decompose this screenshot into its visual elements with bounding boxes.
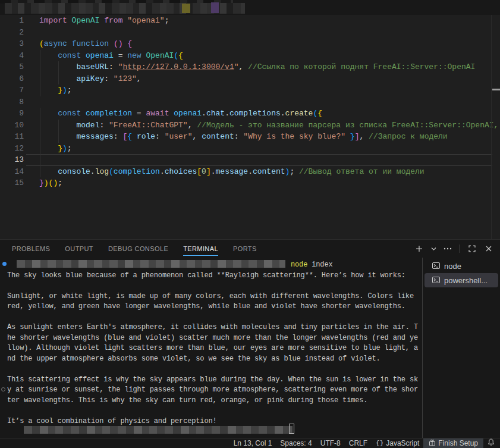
close-icon	[486, 246, 492, 252]
language-status[interactable]: {} JavaScript	[372, 438, 423, 448]
terminal-line: y at sunrise or sunset, the light passes…	[0, 385, 422, 396]
token-prop: baseURL	[76, 62, 109, 71]
terminal-tab-powershell[interactable]: powershell...	[424, 273, 498, 287]
indentation-status[interactable]: Spaces: 4	[276, 438, 316, 448]
token-prop: role	[137, 132, 155, 141]
token-b3: (	[109, 167, 114, 176]
terminal-line: ter wavelengths. This is why the sky can…	[0, 396, 422, 406]
command-dot	[2, 262, 7, 266]
indent-guide	[40, 154, 40, 166]
token-def	[39, 86, 58, 95]
token-def: .	[160, 167, 165, 176]
panel-tab-problems[interactable]: PROBLEMS	[12, 240, 50, 258]
token-def	[81, 51, 86, 60]
eol-status[interactable]: CRLF	[345, 438, 372, 448]
code-editor[interactable]: 1import OpenAI from "openai";23(async fu…	[0, 15, 500, 239]
cursor-position-status[interactable]: Ln 13, Col 1	[229, 438, 276, 448]
token-str: "openai"	[127, 16, 164, 25]
line-number: 1	[0, 15, 24, 27]
token-def: ;	[67, 86, 72, 95]
close-panel-button[interactable]	[482, 242, 495, 255]
token-ctl: import	[39, 16, 72, 25]
token-def: =	[114, 51, 127, 60]
code-text: });	[39, 143, 72, 155]
editor-tab-bar[interactable]	[0, 0, 500, 15]
code-line: 6 apiKey: "123",	[0, 73, 500, 85]
command-program: node	[291, 261, 307, 269]
overview-ruler-cursor-mark	[492, 89, 500, 90]
bottom-panel: PROBLEMSOUTPUTDEBUG CONSOLETERMINALPORTS…	[0, 239, 500, 438]
token-str: "Why is the sky blue?"	[243, 132, 345, 141]
encoding-status[interactable]: UTF-8	[316, 438, 345, 448]
code-line: 12 });	[0, 143, 500, 155]
token-def: .	[281, 109, 285, 118]
token-ctl: await	[146, 109, 169, 118]
notifications-button[interactable]	[483, 438, 500, 448]
token-b1: }	[58, 144, 62, 153]
code-line: 7 });	[0, 84, 500, 96]
code-text: const openai = new OpenAI({	[39, 50, 183, 62]
code-text: model: "FreeAI::ChatGPT", //Модель - это…	[39, 120, 500, 131]
indent-guide	[40, 61, 40, 73]
finish-setup-button[interactable]: Finish Setup	[423, 438, 483, 448]
code-line: 14 console.log(completion.choices[0].mes…	[0, 166, 500, 178]
indent-guide	[40, 166, 40, 178]
token-fn: log	[95, 167, 109, 176]
maximize-panel-button[interactable]	[466, 242, 479, 255]
token-var: completion	[86, 109, 132, 118]
panel-tab-ports[interactable]: PORTS	[233, 240, 257, 258]
token-cmt: //Вывод ответа от ии модели	[299, 167, 424, 176]
token-kw: function	[72, 39, 109, 48]
code-text: apiKey: "123",	[39, 73, 141, 85]
terminal-line: This scattering effect is why the sky ap…	[0, 375, 422, 386]
indent-guide	[58, 61, 59, 73]
redacted-tab-patch-yellow	[182, 4, 190, 13]
indent-guide	[40, 108, 40, 120]
token-b2: ()	[114, 39, 123, 48]
new-terminal-button[interactable]	[413, 242, 426, 255]
line-number: 9	[0, 108, 24, 120]
line-number: 14	[0, 166, 24, 178]
token-var: completion	[114, 167, 160, 176]
token-def: :	[104, 74, 114, 83]
token-prop: model	[76, 121, 99, 130]
indent-guide	[58, 120, 59, 131]
token-b2: }	[39, 178, 44, 187]
code-text: const completion = await openai.chat.com…	[39, 108, 322, 120]
indent-guide	[40, 73, 40, 85]
panel-tab-terminal[interactable]: TERMINAL	[183, 240, 218, 258]
code-text: baseURL: "http://127.0.0.1:3000/v1", //С…	[39, 61, 475, 73]
redacted-tab-patch-purple	[211, 2, 219, 13]
terminal-tab-node[interactable]: node	[424, 259, 498, 273]
terminal-command-line: node index	[0, 260, 422, 271]
line-number: 15	[0, 177, 24, 189]
token-def: ,	[239, 62, 249, 71]
code-text: });	[39, 84, 72, 96]
panel-tab-debug-console[interactable]: DEBUG CONSOLE	[108, 240, 168, 258]
terminal-line: It’s a cool combination of physics and p…	[0, 416, 422, 427]
token-prop: content	[202, 132, 234, 141]
terminal-output[interactable]: node indexThe sky looks blue because of …	[0, 258, 422, 438]
editor-scrollbar[interactable]	[491, 15, 492, 239]
bell-icon	[488, 438, 495, 448]
token-str: "123"	[114, 74, 137, 83]
panel-more-actions-button[interactable]	[441, 242, 454, 255]
braces-icon: {}	[376, 440, 383, 447]
token-def	[345, 132, 350, 141]
token-def: :	[99, 121, 109, 130]
token-def: :	[155, 132, 165, 141]
token-def: .	[248, 167, 253, 176]
panel-tab-output[interactable]: OUTPUT	[65, 240, 93, 258]
terminal-icon	[432, 262, 440, 271]
token-b1: }	[58, 86, 62, 95]
indent-guide	[40, 84, 40, 96]
token-b1: {	[178, 51, 183, 60]
token-kw: const	[58, 109, 81, 118]
terminal-profile-dropdown[interactable]	[429, 242, 438, 255]
token-b3: {	[127, 132, 132, 141]
terminal-cursor	[289, 424, 294, 434]
line-number: 4	[0, 50, 24, 62]
code-text: import OpenAI from "openai";	[39, 15, 169, 27]
token-kw: async	[44, 39, 67, 48]
panel-actions	[413, 240, 495, 258]
